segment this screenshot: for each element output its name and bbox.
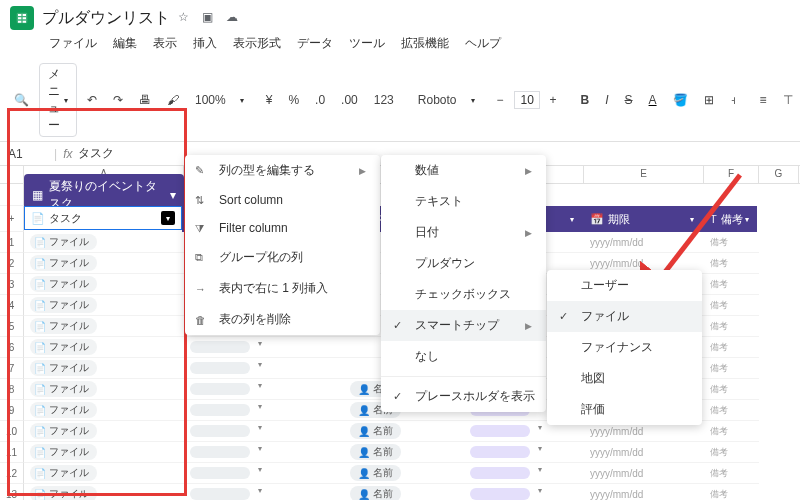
ctx-item[interactable]: ✓ ファイル	[547, 301, 702, 332]
row-number[interactable]: 8	[0, 379, 24, 400]
ctx-item[interactable]: 日付 ▶	[381, 217, 546, 248]
ctx-item[interactable]: ✓ スマートチップ ▶	[381, 310, 546, 341]
dec-increase-btn[interactable]: .00	[335, 90, 364, 110]
col-header-due[interactable]: 📅期限▾	[582, 206, 702, 232]
status-pill[interactable]	[190, 341, 250, 353]
italic-btn[interactable]: I	[599, 90, 614, 110]
row-number[interactable]: 9	[0, 400, 24, 421]
menu-data[interactable]: データ	[290, 32, 340, 55]
print-icon[interactable]: 🖶	[133, 90, 157, 110]
ctx-item[interactable]: 地図	[547, 363, 702, 394]
font-size-dec[interactable]: −	[491, 90, 510, 110]
merge-btn[interactable]: ⫞	[724, 90, 742, 110]
file-chip[interactable]: 📄ファイル	[30, 255, 97, 271]
cell-reference[interactable]: A1	[8, 147, 48, 161]
status-pill[interactable]	[190, 404, 250, 416]
owner-chip[interactable]: 👤名前	[350, 444, 401, 460]
menu-chip[interactable]: メニュー ▾	[39, 63, 77, 137]
bold-btn[interactable]: B	[575, 90, 596, 110]
file-chip[interactable]: 📄ファイル	[30, 444, 97, 460]
ctx-item[interactable]: 評価	[547, 394, 702, 425]
ctx-item[interactable]: ⇅ Sort column	[185, 186, 380, 214]
table-row[interactable]: 13 📄ファイル 👤名前 yyyy/mm/dd 備考	[0, 484, 800, 500]
notes-placeholder[interactable]: 備考	[704, 442, 759, 463]
status-pill[interactable]	[190, 446, 250, 458]
stage-pill[interactable]	[470, 425, 530, 437]
file-chip[interactable]: 📄ファイル	[30, 465, 97, 481]
due-placeholder[interactable]: yyyy/mm/dd	[584, 463, 704, 484]
due-placeholder[interactable]: yyyy/mm/dd	[584, 232, 704, 253]
row-number[interactable]: 5	[0, 316, 24, 337]
status-pill[interactable]	[190, 467, 250, 479]
menu-format[interactable]: 表示形式	[226, 32, 288, 55]
undo-icon[interactable]: ↶	[81, 90, 103, 110]
file-chip[interactable]: 📄ファイル	[30, 297, 97, 313]
file-chip[interactable]: 📄ファイル	[30, 276, 97, 292]
notes-placeholder[interactable]: 備考	[704, 253, 759, 274]
chevron-down-icon[interactable]: ▾	[170, 188, 176, 202]
file-chip[interactable]: 📄ファイル	[30, 381, 97, 397]
due-placeholder[interactable]: yyyy/mm/dd	[584, 484, 704, 500]
menu-insert[interactable]: 挿入	[186, 32, 224, 55]
due-placeholder[interactable]: yyyy/mm/dd	[584, 442, 704, 463]
ctx-item[interactable]: ⧉ グループ化の列	[185, 242, 380, 273]
ctx-item[interactable]: ⧩ Filter column	[185, 214, 380, 242]
status-pill[interactable]	[190, 362, 250, 374]
font-size-input[interactable]: 10	[514, 91, 540, 109]
row-number[interactable]: 13	[0, 484, 24, 500]
menu-help[interactable]: ヘルプ	[458, 32, 508, 55]
row-number[interactable]: 4	[0, 295, 24, 316]
row-number[interactable]: 11	[0, 442, 24, 463]
notes-placeholder[interactable]: 備考	[704, 295, 759, 316]
col-header-task-selected[interactable]: 📄タスク▾	[24, 206, 182, 230]
row-number[interactable]: 2	[0, 253, 24, 274]
text-color-btn[interactable]: A	[643, 90, 663, 110]
status-pill[interactable]	[190, 383, 250, 395]
file-chip[interactable]: 📄ファイル	[30, 339, 97, 355]
row-number[interactable]: 7	[0, 358, 24, 379]
col-G[interactable]: G	[759, 166, 799, 183]
strike-btn[interactable]: S	[619, 90, 639, 110]
ctx-item[interactable]: ✎ 列の型を編集する ▶	[185, 155, 380, 186]
smartchip-submenu[interactable]: ユーザー ✓ ファイル ファイナンス 地図 評価	[547, 270, 702, 425]
ctx-item[interactable]: ファイナンス	[547, 332, 702, 363]
row-number[interactable]: 3	[0, 274, 24, 295]
chevron-down-icon[interactable]: ▾	[161, 211, 175, 225]
ctx-item[interactable]: 数値 ▶	[381, 155, 546, 186]
table-row[interactable]: 11 📄ファイル 👤名前 yyyy/mm/dd 備考	[0, 442, 800, 463]
add-row-btn[interactable]: +	[0, 206, 24, 232]
ctx-item[interactable]: → 表内で右に 1 列挿入	[185, 273, 380, 304]
owner-chip[interactable]: 👤名前	[350, 486, 401, 500]
stage-pill[interactable]	[470, 467, 530, 479]
redo-icon[interactable]: ↷	[107, 90, 129, 110]
file-chip[interactable]: 📄ファイル	[30, 486, 97, 500]
move-folder-icon[interactable]: ▣	[202, 10, 218, 26]
owner-chip[interactable]: 👤名前	[350, 465, 401, 481]
stage-pill[interactable]	[470, 446, 530, 458]
menu-edit[interactable]: 編集	[106, 32, 144, 55]
notes-placeholder[interactable]: 備考	[704, 379, 759, 400]
menu-file[interactable]: ファイル	[42, 32, 104, 55]
table-row[interactable]: 12 📄ファイル 👤名前 yyyy/mm/dd 備考	[0, 463, 800, 484]
star-icon[interactable]: ☆	[178, 10, 194, 26]
font-select[interactable]: Roboto	[412, 90, 463, 110]
formula-value[interactable]: タスク	[78, 145, 114, 162]
valign-btn[interactable]: ⊤	[777, 90, 799, 110]
fill-color-btn[interactable]: 🪣	[667, 90, 694, 110]
ctx-item[interactable]: テキスト	[381, 186, 546, 217]
ctx-item[interactable]: ユーザー	[547, 270, 702, 301]
font-size-inc[interactable]: +	[544, 90, 563, 110]
percent-btn[interactable]: %	[282, 90, 305, 110]
row-number[interactable]: 1	[0, 232, 24, 253]
notes-placeholder[interactable]: 備考	[704, 484, 759, 500]
notes-placeholder[interactable]: 備考	[704, 232, 759, 253]
menu-extensions[interactable]: 拡張機能	[394, 32, 456, 55]
document-title[interactable]: プルダウンリスト	[42, 8, 170, 29]
borders-btn[interactable]: ⊞	[698, 90, 720, 110]
col-header-notes[interactable]: T備考▾	[702, 206, 757, 232]
file-chip[interactable]: 📄ファイル	[30, 402, 97, 418]
col-F[interactable]: F	[704, 166, 759, 183]
notes-placeholder[interactable]: 備考	[704, 358, 759, 379]
align-btn[interactable]: ≡	[754, 90, 773, 110]
notes-placeholder[interactable]: 備考	[704, 274, 759, 295]
